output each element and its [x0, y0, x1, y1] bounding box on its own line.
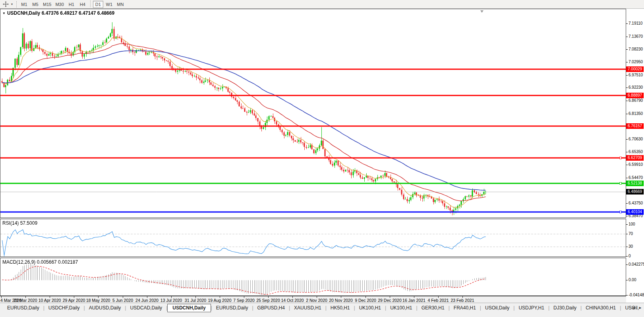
- timeframe-button-MN[interactable]: MN: [115, 1, 126, 8]
- tabs-scroll-left-icon[interactable]: ◂: [631, 305, 636, 310]
- macd-panel: MACD(12,26,9) 0.005667 0.002187: [0, 258, 626, 296]
- rsi-label: RSI(14) 57.5009: [2, 220, 37, 226]
- axis-tick-mark: [626, 114, 628, 114]
- chart-tab-fra40-h1[interactable]: FRA40,H1: [450, 304, 480, 312]
- date-axis-label: 16 Jan 2021: [402, 298, 425, 303]
- toolbar-grip: [90, 0, 91, 7]
- axis-tick-mark: [626, 224, 628, 225]
- price-axis-tick: 7.02950: [629, 60, 643, 64]
- timeframe-button-D1[interactable]: D1: [93, 1, 103, 8]
- price-axis-tick: 6.81350: [629, 111, 643, 116]
- axis-tick-mark: [626, 139, 628, 140]
- rsi-canvas[interactable]: [0, 219, 626, 257]
- tabs-scroll-right-icon[interactable]: ▸: [638, 305, 643, 310]
- chart-tab-usdcad-daily[interactable]: USDCAD,Daily: [126, 304, 166, 312]
- axis-tick-mark: [626, 165, 628, 165]
- toolbar-grip: [16, 1, 17, 8]
- price-level-label: 6.62709: [626, 155, 644, 161]
- date-axis-label: 10 Apr 2020: [39, 298, 61, 303]
- axis-tick-mark: [626, 256, 628, 257]
- date-axis-label: 2 Nov 2020: [306, 298, 327, 303]
- crosshair-arrows-icon: [3, 1, 9, 7]
- chart-scroll-icon[interactable]: [2, 1, 10, 8]
- chart-tab-hk50-h1[interactable]: HK50,H1: [327, 304, 354, 312]
- date-axis-label: 23 Feb 2021: [451, 298, 474, 303]
- main-chart-panel: ▼USDCNH,Daily 6.47376 6.49217 6.47147 6.…: [0, 9, 626, 218]
- date-axis-label: 25 Sep 2020: [256, 298, 280, 303]
- date-axis-label: 29 Apr 2020: [63, 298, 85, 303]
- main-chart-canvas[interactable]: [0, 9, 626, 218]
- timeframe-button-W1[interactable]: W1: [104, 1, 114, 8]
- price-axis-tick: 6.43750: [629, 201, 643, 205]
- axis-tick-mark: [626, 75, 628, 76]
- price-axis-tick: 6.54470: [629, 175, 643, 180]
- chart-tab-eurusd-daily[interactable]: EURUSD,Daily: [212, 304, 252, 312]
- axis-tick-mark: [626, 264, 628, 265]
- terminal-window: ▾ M1M5M15M30H1H4D1W1MN ▼USDCNH,Daily 6.4…: [0, 0, 644, 317]
- chart-tab-usdjpy-h1[interactable]: USDJPY,H1: [514, 304, 548, 312]
- date-axis-label: 19 Aug 2020: [208, 298, 232, 303]
- price-axis[interactable]: 7.191107.136707.082307.029506.975106.922…: [626, 9, 644, 303]
- chart-tab-uk100-h1[interactable]: UK100,H1: [386, 304, 416, 312]
- chart-title-ohlc: 6.47376 6.49217 6.47147 6.48669: [42, 10, 115, 16]
- price-axis-tick: 7.08230: [629, 47, 643, 51]
- axis-tick-mark: [626, 216, 628, 216]
- macd-axis-tick: -0.04148: [629, 293, 644, 297]
- date-axis-label: 7 Sep 2020: [233, 298, 255, 303]
- axis-tick-mark: [626, 295, 628, 296]
- price-axis-tick: 6.92230: [629, 85, 643, 89]
- toolbar-dropdown-caret-icon[interactable]: ▾: [10, 2, 14, 6]
- price-level-label: 6.88897: [626, 93, 644, 98]
- axis-tick-mark: [626, 37, 628, 37]
- chart-title-symbol: USDCNH,Daily: [7, 10, 40, 16]
- toolbar: ▾ M1M5M15M30H1H4D1W1MN: [0, 0, 644, 9]
- date-axis-label: 29 Dec 2020: [378, 298, 402, 303]
- current-price-label: 6.48669: [626, 189, 644, 194]
- chart-tab-usdchf-daily[interactable]: USDCHF,Daily: [44, 304, 84, 312]
- axis-tick-mark: [626, 88, 628, 88]
- price-axis-tick: 6.65350: [629, 150, 643, 154]
- price-axis-tick: 7.13670: [629, 34, 643, 39]
- date-axis-label: 20 Nov 2020: [329, 298, 353, 303]
- time-axis[interactable]: 4 Mar 202023 Mar 202010 Apr 202029 Apr 2…: [0, 296, 626, 303]
- chart-tab-audusd-daily[interactable]: AUDUSD,Daily: [85, 304, 125, 312]
- price-axis-tick: 6.97510: [629, 73, 643, 77]
- price-level-label: 7.00029: [626, 66, 644, 72]
- chart-tab-eurusd-daily[interactable]: EURUSD,Daily: [3, 304, 43, 312]
- timeframe-button-M1[interactable]: M1: [19, 1, 29, 8]
- chart-tab-uk100-h1[interactable]: UK100,H1: [355, 304, 385, 312]
- rsi-axis-tick: 30: [629, 244, 633, 249]
- chart-tab-usdcnh-daily[interactable]: USDCNH,Daily: [167, 304, 211, 312]
- axis-tick-mark: [626, 49, 628, 50]
- axis-tick-mark: [626, 152, 628, 152]
- axis-tick-mark: [626, 178, 628, 178]
- timeframe-button-M30[interactable]: M30: [54, 1, 65, 8]
- date-axis-label: 9 Dec 2020: [355, 298, 376, 303]
- timeframe-button-M15[interactable]: M15: [41, 1, 53, 8]
- chart-tab-gbpusd-h4[interactable]: GBPUSD,H4: [253, 304, 289, 312]
- rsi-panel: RSI(14) 57.5009: [0, 219, 626, 257]
- date-axis-label: 24 Jun 2020: [135, 298, 159, 303]
- date-axis-label: 4 Feb 2021: [427, 298, 449, 303]
- chart-tab-usoil-daily[interactable]: USOil,Daily: [481, 304, 513, 312]
- price-axis-tick: 6.59910: [629, 162, 643, 167]
- price-axis-tick: 7.19110: [629, 21, 642, 25]
- price-level-label: 6.52138: [626, 181, 644, 186]
- chart-tab-xauusd-h1[interactable]: XAUUSD,H1: [290, 304, 325, 312]
- symbol-dropdown-icon[interactable]: ▼: [2, 12, 6, 15]
- timeframe-button-H4[interactable]: H4: [77, 1, 88, 8]
- timeframe-button-M5[interactable]: M5: [30, 1, 41, 8]
- chart-tab-ger30-h1[interactable]: GER30,H1: [418, 304, 449, 312]
- date-axis-label: 13 Jul 2020: [161, 298, 182, 303]
- macd-canvas[interactable]: [0, 258, 626, 296]
- price-axis-tick: 6.70630: [629, 137, 643, 141]
- price-level-label: 6.40104: [626, 209, 644, 215]
- axis-tick-mark: [626, 62, 628, 62]
- macd-label: MACD(12,26,9) 0.005667 0.002187: [2, 259, 78, 265]
- price-axis-tick: 6.86790: [629, 98, 643, 103]
- axis-tick-mark: [626, 280, 628, 280]
- date-axis-label: 5 Jun 2020: [112, 298, 133, 303]
- chart-tab-dj30-daily[interactable]: DJ30,Daily: [549, 304, 580, 312]
- chart-tab-china300-h1[interactable]: CHINA300,H1: [582, 304, 620, 312]
- timeframe-button-H1[interactable]: H1: [66, 1, 77, 8]
